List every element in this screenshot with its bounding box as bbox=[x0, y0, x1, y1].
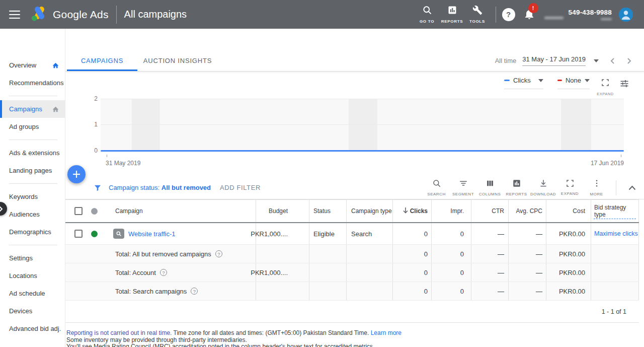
chart-metric2-selector[interactable]: None bbox=[557, 77, 590, 89]
sidebar-item-keywords[interactable]: Keywords bbox=[0, 188, 65, 205]
topbar-divider bbox=[116, 6, 117, 24]
search-button[interactable]: SEARCH bbox=[423, 179, 450, 196]
total-row-all-but-removed: Total: All but removed campaigns 0 0 — —… bbox=[65, 245, 639, 263]
date-dropdown-caret-icon[interactable] bbox=[594, 59, 599, 62]
notification-badge: ! bbox=[528, 3, 538, 13]
avg-cpc-cell: — bbox=[508, 223, 546, 244]
column-header-cost[interactable]: Cost bbox=[546, 200, 591, 222]
chart-metric1-selector[interactable]: Clicks bbox=[504, 77, 543, 89]
column-header-bid-strategy-type[interactable]: Bid strategy type bbox=[591, 200, 639, 222]
date-range-value[interactable]: 31 May - 17 Jun 2019 bbox=[522, 55, 586, 66]
more-button[interactable]: MORE bbox=[583, 179, 610, 196]
collapse-table-icon[interactable] bbox=[628, 185, 636, 190]
reports-button[interactable]: REPORTS bbox=[440, 5, 464, 24]
previous-period-icon[interactable] bbox=[610, 57, 615, 64]
bid-strategy-link[interactable]: Maximise clicks bbox=[594, 230, 638, 237]
table-row: Website traffic-1 PKR1,000.... Eligible … bbox=[65, 223, 639, 245]
page-title: All campaigns bbox=[124, 9, 187, 20]
column-header-campaign-type[interactable]: Campaign type bbox=[346, 200, 392, 222]
expand-icon bbox=[601, 79, 609, 89]
footer-line-1: Reporting is not carried out in real tim… bbox=[66, 330, 644, 337]
y-tick-label: 1 bbox=[87, 121, 98, 128]
sidebar-item-locations[interactable]: Locations bbox=[0, 267, 65, 285]
clicks-series-line bbox=[101, 150, 624, 152]
budget-cell: PKR1,000.... bbox=[256, 223, 309, 244]
help-icon[interactable] bbox=[502, 8, 515, 21]
campaign-link[interactable]: Website traffic-1 bbox=[128, 230, 175, 238]
home-icon bbox=[52, 62, 59, 69]
sidebar-item-settings[interactable]: Settings bbox=[0, 249, 65, 267]
account-phone-block: 549-438-9988 bbox=[569, 9, 612, 20]
chart-expand-button[interactable]: EXPAND bbox=[594, 79, 616, 96]
date-preset-label: All time bbox=[495, 57, 517, 64]
notifications-button[interactable]: ! bbox=[523, 8, 536, 22]
sidebar-item-audiences[interactable]: Audiences bbox=[0, 205, 65, 223]
tab-auction-insights[interactable]: AUCTION INSIGHTS bbox=[137, 50, 218, 71]
footer-line-3: You'll see Media Rating Council (MRC) ac… bbox=[66, 343, 644, 347]
tab-campaigns[interactable]: CAMPAIGNS bbox=[67, 50, 137, 71]
column-header-status[interactable]: Status bbox=[309, 200, 346, 222]
performance-chart: Clicks None EXPAND bbox=[65, 72, 644, 176]
x-tick bbox=[621, 155, 621, 157]
expand-icon bbox=[566, 179, 574, 189]
go-to-button[interactable]: GO TO bbox=[415, 5, 439, 24]
chart-plot-area bbox=[101, 99, 624, 151]
sidebar-item-advanced-bid-adj[interactable]: Advanced bid adj. bbox=[0, 320, 65, 337]
chart-settings-icon[interactable] bbox=[619, 79, 629, 91]
wrench-icon bbox=[472, 5, 482, 17]
learn-more-link[interactable]: Learn more bbox=[371, 329, 401, 336]
search-icon bbox=[432, 179, 441, 190]
reports-button[interactable]: REPORTS bbox=[503, 179, 530, 196]
new-campaign-button[interactable] bbox=[67, 165, 86, 183]
column-header-avg-cpc[interactable]: Avg. CPC bbox=[508, 200, 546, 222]
help-circle-icon[interactable] bbox=[160, 269, 167, 276]
redacted-id-text bbox=[601, 18, 612, 20]
clicks-cell: 0 bbox=[392, 223, 431, 244]
sidebar-item-demographics[interactable]: Demographics bbox=[0, 223, 65, 241]
footer: Reporting is not carried out in real tim… bbox=[65, 330, 644, 347]
sidebar-item-ad-schedule[interactable]: Ad schedule bbox=[0, 285, 65, 302]
menu-icon[interactable] bbox=[9, 11, 20, 19]
weekend-band bbox=[132, 99, 160, 151]
reporting-info-link[interactable]: Reporting is not carried out in real tim… bbox=[66, 329, 172, 336]
column-header-campaign[interactable]: Campaign bbox=[104, 200, 256, 222]
sidebar-divider bbox=[9, 96, 57, 96]
column-header-impr[interactable]: Impr. bbox=[431, 200, 471, 222]
segment-button[interactable]: SEGMENT bbox=[450, 179, 476, 196]
x-axis-end-label: 17 Jun 2019 bbox=[574, 160, 624, 167]
report-chart-icon bbox=[512, 179, 521, 190]
campaign-status-filter[interactable]: Campaign status: All but removed bbox=[109, 184, 211, 191]
sidebar-item-ad-groups[interactable]: Ad groups bbox=[0, 118, 65, 135]
column-header-ctr[interactable]: CTR bbox=[471, 200, 508, 222]
sidebar-item-devices[interactable]: Devices bbox=[0, 302, 65, 320]
status-dot-header[interactable] bbox=[91, 208, 98, 215]
expand-button[interactable]: EXPAND bbox=[556, 179, 583, 196]
help-circle-icon[interactable] bbox=[191, 288, 198, 295]
tools-button[interactable]: TOOLS bbox=[465, 5, 490, 24]
sidebar-item-landing-pages[interactable]: Landing pages bbox=[0, 162, 65, 179]
next-period-icon[interactable] bbox=[626, 57, 632, 64]
table-tools: SEARCH SEGMENT COLUMNS REPORTS D bbox=[423, 179, 644, 196]
status-enabled-dot[interactable] bbox=[91, 231, 98, 237]
topbar-divider-2 bbox=[496, 7, 496, 23]
sidebar-divider bbox=[9, 140, 57, 140]
sidebar: Overview Recommendations Campaigns Ad gr… bbox=[0, 29, 65, 347]
download-button[interactable]: DOWNLOAD bbox=[530, 179, 556, 196]
select-all-checkbox[interactable] bbox=[74, 207, 83, 215]
column-header-clicks[interactable]: Clicks bbox=[392, 200, 431, 222]
row-checkbox[interactable] bbox=[74, 230, 83, 238]
columns-button[interactable]: COLUMNS bbox=[476, 179, 503, 196]
search-icon bbox=[422, 5, 432, 17]
sidebar-item-recommendations[interactable]: Recommendations bbox=[0, 74, 65, 92]
sidebar-item-overview[interactable]: Overview bbox=[0, 56, 65, 74]
avatar[interactable] bbox=[619, 8, 633, 22]
impr-cell: 0 bbox=[431, 223, 471, 244]
cost-cell: PKR0.00 bbox=[546, 223, 591, 244]
help-circle-icon[interactable] bbox=[215, 250, 222, 257]
add-filter-button[interactable]: ADD FILTER bbox=[220, 184, 261, 191]
phone-number: 549-438-9988 bbox=[569, 9, 612, 16]
sidebar-item-campaigns[interactable]: Campaigns bbox=[0, 100, 65, 118]
sidebar-item-ads-extensions[interactable]: Ads & extensions bbox=[0, 144, 65, 162]
chevron-down-icon bbox=[585, 79, 590, 82]
column-header-budget[interactable]: Budget bbox=[256, 200, 309, 222]
